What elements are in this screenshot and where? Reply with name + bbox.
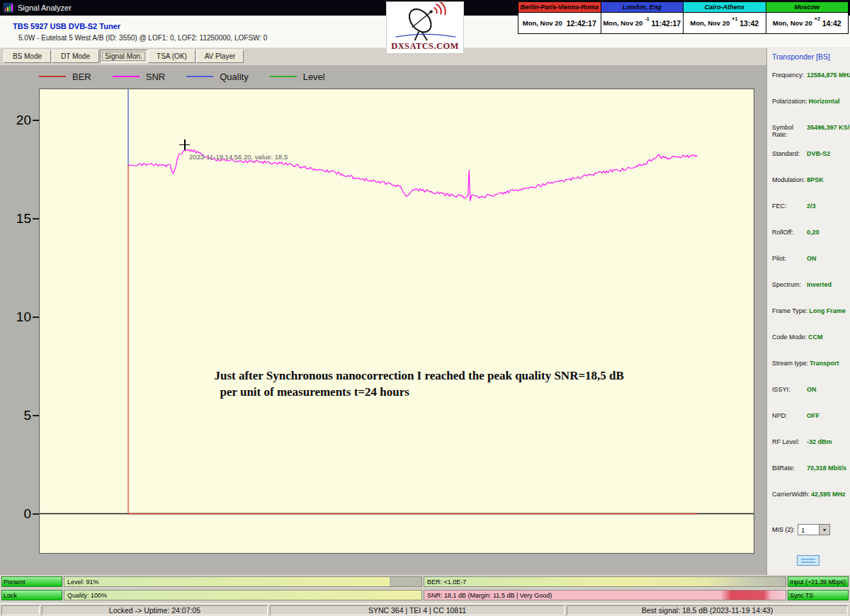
param-value: ON bbox=[807, 386, 817, 393]
mis-select[interactable]: 1 ▼ bbox=[798, 524, 830, 535]
tab-button[interactable]: BS Mode bbox=[4, 50, 51, 63]
panel-button[interactable] bbox=[797, 555, 820, 566]
level-bar: Level: 91% bbox=[64, 576, 422, 587]
y-axis-tick bbox=[33, 120, 39, 121]
clock-widget: Moscow Mon, Nov 20 +2 14:42 bbox=[766, 2, 849, 33]
param-label: Standard: bbox=[772, 150, 805, 157]
legend-item: BER bbox=[39, 72, 91, 82]
param-value: CCM bbox=[808, 333, 823, 341]
param-value: 42,595 MHz bbox=[811, 491, 846, 498]
chart-area: BER SNR Quality Level 2023-11-19 14.56.2… bbox=[0, 65, 766, 575]
status-indicator-bars: Present Level: 91% BER: <1.0E-7 Input (~… bbox=[0, 575, 850, 603]
param-value: OFF bbox=[807, 412, 820, 419]
tab-button[interactable]: DT Mode bbox=[52, 50, 99, 63]
clock-utc-offset: -1 bbox=[645, 16, 649, 21]
transponder-row: Modulation: 8PSK bbox=[772, 176, 850, 203]
clock-utc-offset: +2 bbox=[815, 16, 820, 21]
y-axis-label: 0 bbox=[1, 506, 31, 523]
clock-widget: Berlin-Paris-Vienna-Roma Mon, Nov 20 12:… bbox=[518, 2, 601, 33]
transponder-row: Code Mode: CCM bbox=[772, 333, 850, 360]
param-label: Modulation: bbox=[772, 176, 805, 183]
clock-time: 12:42:17 bbox=[567, 19, 596, 28]
legend-label: Quality bbox=[220, 72, 248, 82]
statusbar-spacer bbox=[1, 605, 40, 615]
y-axis-tick bbox=[33, 513, 39, 515]
param-value: -32 dBm bbox=[807, 438, 832, 445]
tab-button[interactable]: AV Player bbox=[196, 50, 244, 63]
signal-plot[interactable]: 2023-11-19 14.56.20, value: 18,5 Just af… bbox=[39, 89, 754, 554]
legend-item: Level bbox=[270, 72, 325, 82]
dropdown-arrow-icon[interactable]: ▼ bbox=[819, 525, 829, 535]
param-value: 70,318 Mbit/s bbox=[807, 464, 846, 472]
param-label: BitRate: bbox=[772, 464, 805, 472]
param-label: Code Mode: bbox=[772, 333, 807, 341]
param-value: 12584,875 MHz bbox=[807, 72, 850, 79]
legend-line-swatch bbox=[186, 76, 213, 77]
lock-indicator: Lock bbox=[1, 590, 62, 600]
clock-date: Mon, Nov 20 bbox=[773, 19, 812, 27]
sync-ts-indicator: Sync TS bbox=[788, 590, 849, 600]
mis-value: 1 bbox=[801, 526, 805, 534]
legend-line-swatch bbox=[39, 76, 66, 77]
transponder-row: RF Level: -32 dBm bbox=[772, 438, 850, 464]
transponder-row: ISSYI: ON bbox=[772, 386, 850, 412]
ber-bar: BER: <1.0E-7 bbox=[424, 576, 786, 587]
panel-title: Transponder [BS] bbox=[772, 52, 850, 61]
param-value: 35496,397 KS/s bbox=[807, 124, 850, 131]
param-value: Transport bbox=[810, 360, 839, 367]
annotation-text: Just after Synchronous nanocorrection I … bbox=[214, 368, 623, 401]
dxsatcs-logo: DXSATCS.COM bbox=[386, 1, 464, 54]
transponder-row: CarrierWidth: 42,595 MHz bbox=[772, 491, 850, 517]
transponder-row: FEC: 2/3 bbox=[772, 203, 850, 229]
param-label: RF Level: bbox=[772, 438, 805, 445]
tab-label: AV Player bbox=[205, 52, 236, 60]
mis-label: MIS (2): bbox=[772, 526, 795, 533]
transponder-rows: Frequency: 12584,875 MHz Polarization: H… bbox=[772, 72, 850, 517]
legend-line-swatch bbox=[113, 76, 140, 77]
y-axis-label: 10 bbox=[1, 309, 31, 326]
annotation-line2: per unit of measurements t=24 hours bbox=[214, 384, 623, 401]
clock-time: 13:42 bbox=[740, 19, 759, 28]
mis-row: MIS (2): 1 ▼ bbox=[772, 524, 850, 535]
satellite-info: 5.0W - Eutelsat 5 West A/B (ID: 3550) @ … bbox=[18, 34, 267, 42]
tab-button[interactable]: TSA (OK) bbox=[148, 50, 196, 63]
param-label: Polarization: bbox=[772, 98, 808, 105]
param-label: RollOff: bbox=[772, 229, 805, 236]
param-value: 0,20 bbox=[807, 229, 820, 236]
uptime-status: Locked -> Uptime: 24:07:05 bbox=[42, 605, 268, 615]
legend-label: Level bbox=[303, 72, 325, 82]
y-axis-label: 15 bbox=[1, 210, 31, 227]
snr-bar-label: SNR: 18,1 dB (Margin: 11,5 dB | Very Goo… bbox=[427, 591, 552, 600]
transponder-panel: Transponder [BS] Frequency: 12584,875 MH… bbox=[766, 48, 850, 575]
transponder-row: RollOff: 0,20 bbox=[772, 229, 850, 255]
y-axis-tick bbox=[33, 316, 39, 318]
annotation-line1: Just after Synchronous nanocorrection I … bbox=[214, 368, 623, 384]
quality-bar-label: Quality: 100% bbox=[67, 591, 107, 600]
clock-time-row: Mon, Nov 20 12:42:17 bbox=[518, 13, 601, 33]
clock-city-header: Cairo-Athens bbox=[684, 2, 766, 13]
sync-status: SYNC 364 | TEI 4 | CC 10811 bbox=[270, 605, 565, 615]
transponder-row: Frame Type: Long Frame bbox=[772, 307, 850, 333]
y-axis-label: 20 bbox=[1, 112, 31, 129]
tab-label: TSA (OK) bbox=[157, 52, 187, 60]
plot-tooltip: 2023-11-19 14.56.20, value: 18,5 bbox=[189, 153, 288, 161]
clock-date: Mon, Nov 20 bbox=[690, 19, 730, 27]
clock-time-row: Mon, Nov 20 +1 13:42 bbox=[684, 13, 766, 33]
ber-bar-fill bbox=[424, 577, 786, 586]
clock-utc-offset: +1 bbox=[732, 16, 737, 21]
transponder-row: Frequency: 12584,875 MHz bbox=[772, 72, 850, 98]
clock-widget: Cairo-Athens Mon, Nov 20 +1 13:42 bbox=[684, 2, 766, 33]
legend-label: SNR bbox=[146, 72, 165, 82]
legend-item: Quality bbox=[186, 72, 248, 82]
clock-date: Mon, Nov 20 bbox=[603, 19, 642, 27]
tab-button[interactable]: Signal Mon. bbox=[100, 50, 147, 63]
tab-label: DT Mode bbox=[61, 52, 90, 60]
y-axis-tick bbox=[33, 218, 39, 219]
chart-legend: BER SNR Quality Level bbox=[39, 70, 346, 83]
clock-city-header: London, Eng bbox=[601, 2, 684, 13]
transponder-row: NPD: OFF bbox=[772, 412, 850, 438]
clock-time: 14:42 bbox=[822, 19, 842, 28]
param-label: FEC: bbox=[772, 203, 805, 210]
mode-tabs: BS Mode DT Mode Signal Mon. TSA (OK) AV … bbox=[0, 48, 766, 65]
transponder-row: Spectrum: Inverted bbox=[772, 281, 850, 307]
